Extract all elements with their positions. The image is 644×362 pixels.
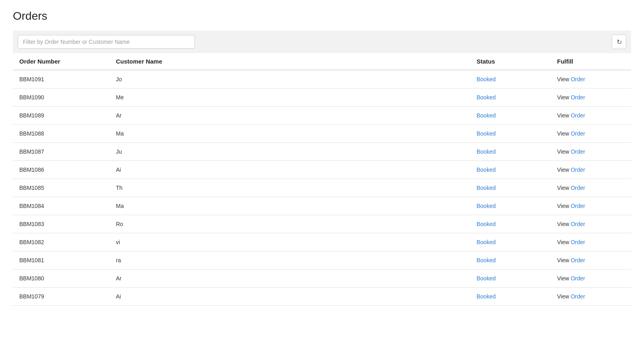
fulfill-view-text: View	[557, 94, 571, 101]
table-row: BBM1080ArBookedView Order	[13, 269, 631, 288]
status-badge: Booked	[477, 112, 495, 119]
status-cell: Booked	[470, 288, 551, 306]
table-row: BBM1081raBookedView Order	[13, 251, 631, 269]
order-number-cell: BBM1080	[13, 269, 109, 288]
status-cell: Booked	[470, 251, 551, 269]
fulfill-order-link[interactable]: Order	[571, 112, 585, 119]
fulfill-view-text: View	[557, 293, 571, 300]
customer-name-cell: Ma	[109, 125, 470, 143]
fulfill-cell: View Order	[551, 88, 631, 107]
order-number-cell: BBM1090	[13, 88, 109, 107]
customer-name-cell: ra	[109, 251, 470, 269]
customer-name-cell: Ju	[109, 143, 470, 161]
customer-name-cell: Ar	[109, 107, 470, 125]
status-badge: Booked	[477, 275, 495, 282]
fulfill-cell: View Order	[551, 215, 631, 233]
fulfill-view-text: View	[557, 275, 571, 282]
customer-name-cell: Ai	[109, 288, 470, 306]
status-cell: Booked	[470, 107, 551, 125]
search-input[interactable]	[18, 35, 195, 49]
fulfill-cell: View Order	[551, 70, 631, 88]
customer-name-cell: Me	[109, 88, 470, 107]
toolbar: ↻	[13, 31, 631, 53]
fulfill-view-text: View	[557, 257, 571, 263]
page-container: Orders ↻ Order Number Customer Name Stat…	[0, 0, 644, 315]
order-number-cell: BBM1091	[13, 70, 109, 88]
customer-name-cell: Ro	[109, 215, 470, 233]
customer-name-cell: Ma	[109, 197, 470, 215]
col-header-fulfill: Fulfill	[551, 53, 631, 70]
status-badge: Booked	[477, 185, 495, 191]
table-row: BBM1086AiBookedView Order	[13, 161, 631, 179]
fulfill-cell: View Order	[551, 197, 631, 215]
page-title: Orders	[13, 10, 631, 23]
col-header-status: Status	[470, 53, 551, 70]
fulfill-cell: View Order	[551, 251, 631, 269]
fulfill-order-link[interactable]: Order	[571, 203, 585, 209]
fulfill-order-link[interactable]: Order	[571, 293, 585, 300]
fulfill-view-text: View	[557, 112, 571, 119]
order-number-cell: BBM1088	[13, 125, 109, 143]
status-badge: Booked	[477, 94, 495, 101]
fulfill-cell: View Order	[551, 125, 631, 143]
status-cell: Booked	[470, 215, 551, 233]
customer-name-cell: Ai	[109, 161, 470, 179]
order-number-cell: BBM1086	[13, 161, 109, 179]
status-badge: Booked	[477, 130, 495, 137]
order-number-cell: BBM1082	[13, 233, 109, 251]
fulfill-order-link[interactable]: Order	[571, 185, 585, 191]
table-row: BBM1089ArBookedView Order	[13, 107, 631, 125]
status-cell: Booked	[470, 143, 551, 161]
fulfill-order-link[interactable]: Order	[571, 275, 585, 282]
fulfill-cell: View Order	[551, 179, 631, 197]
customer-name-cell: Jo	[109, 70, 470, 88]
fulfill-order-link[interactable]: Order	[571, 76, 585, 82]
fulfill-cell: View Order	[551, 233, 631, 251]
order-number-cell: BBM1089	[13, 107, 109, 125]
table-row: BBM1091JoBookedView Order	[13, 70, 631, 88]
table-header: Order Number Customer Name Status Fulfil…	[13, 53, 631, 70]
col-header-order-number: Order Number	[13, 53, 109, 70]
fulfill-view-text: View	[557, 148, 571, 155]
order-number-cell: BBM1079	[13, 288, 109, 306]
fulfill-view-text: View	[557, 203, 571, 209]
table-body: BBM1091JoBookedView OrderBBM1090MeBooked…	[13, 70, 631, 306]
fulfill-view-text: View	[557, 76, 571, 82]
status-badge: Booked	[477, 167, 495, 173]
status-cell: Booked	[470, 70, 551, 88]
status-cell: Booked	[470, 179, 551, 197]
customer-name-cell: vi	[109, 233, 470, 251]
fulfill-order-link[interactable]: Order	[571, 148, 585, 155]
status-badge: Booked	[477, 257, 495, 263]
fulfill-order-link[interactable]: Order	[571, 239, 585, 245]
fulfill-order-link[interactable]: Order	[571, 257, 585, 263]
fulfill-order-link[interactable]: Order	[571, 167, 585, 173]
status-cell: Booked	[470, 269, 551, 288]
status-badge: Booked	[477, 203, 495, 209]
table-row: BBM1088MaBookedView Order	[13, 125, 631, 143]
order-number-cell: BBM1084	[13, 197, 109, 215]
order-number-cell: BBM1083	[13, 215, 109, 233]
table-row: BBM1082viBookedView Order	[13, 233, 631, 251]
fulfill-cell: View Order	[551, 288, 631, 306]
fulfill-view-text: View	[557, 130, 571, 137]
status-cell: Booked	[470, 161, 551, 179]
status-badge: Booked	[477, 148, 495, 155]
fulfill-cell: View Order	[551, 269, 631, 288]
table-row: BBM1085ThBookedView Order	[13, 179, 631, 197]
fulfill-order-link[interactable]: Order	[571, 130, 585, 137]
order-number-cell: BBM1087	[13, 143, 109, 161]
table-row: BBM1079AiBookedView Order	[13, 288, 631, 306]
table-row: BBM1084MaBookedView Order	[13, 197, 631, 215]
orders-table: Order Number Customer Name Status Fulfil…	[13, 53, 631, 306]
fulfill-view-text: View	[557, 185, 571, 191]
status-cell: Booked	[470, 233, 551, 251]
table-row: BBM1087JuBookedView Order	[13, 143, 631, 161]
fulfill-order-link[interactable]: Order	[571, 221, 585, 227]
fulfill-view-text: View	[557, 239, 571, 245]
fulfill-order-link[interactable]: Order	[571, 94, 585, 101]
status-cell: Booked	[470, 125, 551, 143]
fulfill-cell: View Order	[551, 143, 631, 161]
fulfill-view-text: View	[557, 221, 571, 227]
refresh-button[interactable]: ↻	[612, 35, 626, 49]
